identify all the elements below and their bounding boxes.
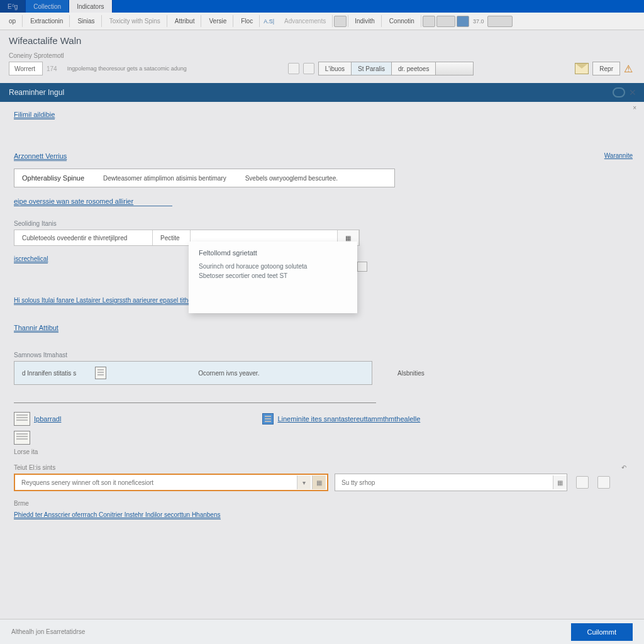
btn-paralis[interactable]: St Paralis <box>352 62 392 75</box>
header-sublabel: Coneiny Sprotemotl <box>9 52 635 59</box>
tb-extractionin[interactable]: Extractionin <box>24 15 70 27</box>
link-eipe[interactable]: eipe overssie wan sate rosomed allirier <box>14 197 172 206</box>
header-right-tools: Repr <box>575 62 635 75</box>
reply-arrow-icon[interactable]: ↶ <box>621 464 626 471</box>
link-iscrechelical[interactable]: iscrechelical <box>14 255 48 264</box>
link-filimil[interactable]: Filimil aildibie <box>14 111 55 119</box>
row2-col2: Ocornern ivns yeaver. <box>198 370 259 377</box>
primary-submit-button[interactable]: Cuilommt <box>571 623 633 641</box>
footer-bar: Althealh jon Esarretatidrse Cuilommt <box>0 619 644 644</box>
search-input[interactable] <box>15 479 297 486</box>
link-thannir[interactable]: Thannir Attibut <box>14 324 58 333</box>
banner-icons: ✕ <box>613 87 636 97</box>
footer-text: Althealh jon Esarretatidrse <box>11 628 85 635</box>
info-row-1: Ophterablisy Spinue Dewteasomer atimplim… <box>14 169 395 187</box>
tool-icon-1[interactable] <box>576 476 589 489</box>
primary-search-input[interactable]: ▾ ▦ <box>14 474 328 491</box>
btn-repr[interactable]: Repr <box>592 62 620 75</box>
label-teiut: Teiut El:is sints <box>14 464 55 471</box>
info-col1: Dewteasomer atimplimon atisimis bentimar… <box>103 175 226 182</box>
tab-indicators[interactable]: Indicators <box>69 0 112 13</box>
btn-libuos[interactable]: L'ibuos <box>318 62 352 75</box>
secondary-text-input[interactable] <box>335 479 553 486</box>
link-ipbarradl[interactable]: Ipbarradl <box>34 415 61 423</box>
label-brme: Brme <box>14 500 635 507</box>
row1-col2: Pectite <box>153 230 191 245</box>
envelope-icon[interactable] <box>575 63 589 74</box>
document-icon <box>95 367 106 379</box>
toolbar-blue-icon[interactable] <box>457 16 469 27</box>
loop-icon[interactable] <box>613 87 625 97</box>
link-phiedd[interactable]: Phiedd ter Ansscrier oferrrach Conitrier… <box>14 511 221 519</box>
main-toolbar: op Extractionin Sinias Toxicity with Spi… <box>0 13 644 30</box>
row1-col1: Cubletoeols oveedentir e thivretjilpred <box>14 230 153 245</box>
tb-floc[interactable]: Floc <box>235 15 260 27</box>
tb-as: A.S| <box>261 18 277 25</box>
close-banner-icon[interactable]: ✕ <box>629 87 636 97</box>
section-seoliding: Seoliding Itanis <box>14 220 635 227</box>
blue-doc-icon <box>262 413 274 425</box>
header-desc: Ingpolemag theoresour gets a satacomic a… <box>67 65 187 72</box>
page-header: Wifeactalife Waln Coneiny Sprotemotl Wor… <box>0 30 644 83</box>
tab-eg[interactable]: E⁰g <box>0 0 26 13</box>
tb-connotin[interactable]: Connotin <box>383 15 421 27</box>
section-banner: Reaminher Ingul ✕ <box>0 83 644 102</box>
picker-icon[interactable]: ▦ <box>312 475 326 489</box>
tb-versie[interactable]: Versie <box>203 15 233 27</box>
popup-side-icon[interactable] <box>357 262 367 272</box>
lower-columns: Ipbarradl Lineminite ites snantastereutt… <box>14 412 635 426</box>
info-row-2[interactable]: d Inranifen stitatis s Ocornern ivns yea… <box>14 361 372 385</box>
folder-icon <box>14 412 30 426</box>
popup-line-1: Sourinch ord horauce gotoong soluteta <box>199 263 347 270</box>
field-value: 174 <box>47 65 57 72</box>
toolbar-box-icon-1[interactable] <box>334 16 347 27</box>
close-x-icon[interactable]: × <box>633 104 636 111</box>
popup-line-2: Sbetoser secortier oned teet ST <box>199 272 347 279</box>
info-lead: Ophterablisy Spinue <box>22 174 84 182</box>
tb-indivith[interactable]: Indivith <box>348 15 382 27</box>
pencil-icon[interactable] <box>303 63 314 74</box>
header-button-group: L'ibuos St Paralis dr. peetoes <box>318 62 474 75</box>
row2-side: Alsbnities <box>397 370 425 377</box>
folder-icon-2[interactable] <box>14 431 30 445</box>
row2-col1: d Inranifen stitatis s <box>22 370 76 377</box>
tb-sinias[interactable]: Sinias <box>71 15 101 27</box>
tb-toxicity[interactable]: Toxicity with Spins <box>103 15 167 27</box>
link-lineminite[interactable]: Lineminite ites snantastereuttammthmthea… <box>277 415 420 423</box>
tab-collection[interactable]: Collection <box>26 0 69 13</box>
tb-attribut[interactable]: Attribut <box>169 15 202 27</box>
warning-icon[interactable] <box>624 63 635 74</box>
btn-image[interactable] <box>436 62 474 75</box>
link-warannite[interactable]: Warannite <box>604 152 633 159</box>
dropdown-icon[interactable]: ▾ <box>297 475 311 489</box>
titlebar-tabs: E⁰g Collection Indicators <box>0 0 644 13</box>
link-arzonnett[interactable]: Arzonnett Verrius <box>14 152 67 161</box>
btn-peetoes[interactable]: dr. peetoes <box>392 62 436 75</box>
bottom-input-row: ▾ ▦ ▦ <box>14 474 635 491</box>
secondary-picker-icon[interactable]: ▦ <box>553 475 567 489</box>
page-title: Wifeactalife Waln <box>9 35 635 46</box>
secondary-input[interactable]: ▦ <box>335 474 567 491</box>
field-worrert[interactable]: Worrert <box>9 62 43 75</box>
section-samnows: Samnows Itmahast <box>14 352 635 358</box>
label-lorse: Lorse ita <box>14 448 635 455</box>
info-col2: Svebels owryooglemd bescurtee. <box>245 175 338 182</box>
content-area: × Filimil aildibie Arzonnett Verrius War… <box>0 102 644 525</box>
header-controls: Worrert 174 Ingpolemag theoresour gets a… <box>9 62 635 75</box>
link-solous[interactable]: Hi solous Itulai fanare Lastairer Lesigr… <box>14 297 201 305</box>
field-label: Worrert <box>14 65 35 72</box>
toolbar-box-icon-3[interactable] <box>436 16 455 27</box>
tb-advancements[interactable]: Advancements <box>278 15 333 27</box>
tb-op[interactable]: op <box>3 15 23 27</box>
toolbar-box-icon-2[interactable] <box>423 16 435 27</box>
divider-1 <box>14 402 376 403</box>
tool-icon-2[interactable] <box>597 476 610 489</box>
popup-title: Feltollomd sgrietatt <box>199 249 347 257</box>
toolbar-version: 37.0 <box>470 18 487 25</box>
paper-icon[interactable] <box>288 63 299 74</box>
toolbar-box-icon-4[interactable] <box>487 16 513 27</box>
tooltip-popup: Feltollomd sgrietatt Sourinch ord horauc… <box>189 242 357 313</box>
banner-title: Reaminher Ingul <box>9 88 64 97</box>
